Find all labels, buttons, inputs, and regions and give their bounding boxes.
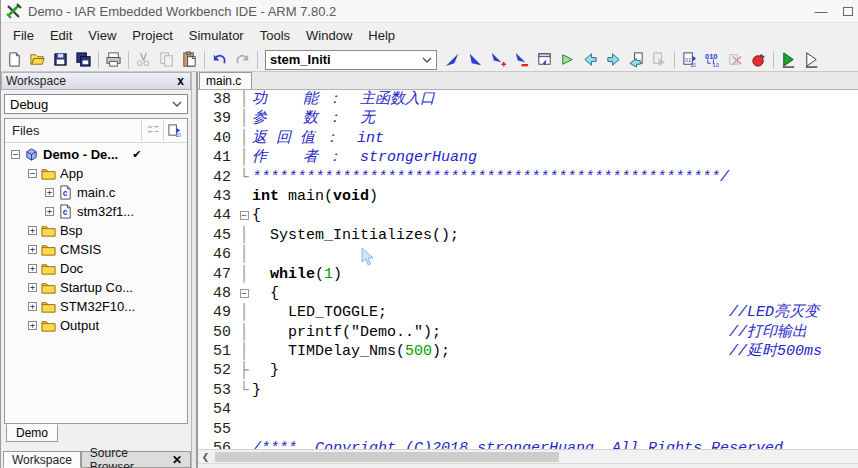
tree-item-stm32f10[interactable]: +STM32F10... — [5, 297, 187, 316]
expand-icon[interactable]: + — [28, 245, 37, 254]
files-panel: Files 10 −Demo - De...✔−App+cmain.c+cstm… — [4, 118, 188, 424]
tree-item-label: Output — [60, 318, 99, 333]
expand-icon[interactable]: + — [45, 207, 54, 216]
code-text: { — [252, 284, 858, 303]
goto-next-icon[interactable] — [464, 49, 487, 71]
navigate-back-icon[interactable] — [579, 49, 602, 71]
new-file-icon[interactable] — [3, 49, 26, 71]
download-debug-icon[interactable] — [777, 49, 800, 71]
go-to-icon[interactable] — [556, 49, 579, 71]
tree-item-doc[interactable]: +Doc — [5, 259, 187, 278]
paste-icon[interactable] — [178, 49, 201, 71]
compile-icon[interactable]: 01010 — [701, 49, 724, 71]
bookmark-add-icon[interactable] — [487, 49, 510, 71]
tree-item-main-c[interactable]: +cmain.c — [5, 183, 187, 202]
folder-icon — [41, 166, 56, 181]
workspace-panel-header[interactable]: Workspace x — [1, 72, 191, 90]
scrollbar-thumb[interactable] — [215, 452, 559, 462]
menu-view[interactable]: View — [80, 25, 124, 46]
fold-collapse-icon[interactable]: − — [236, 206, 252, 225]
expand-icon[interactable]: + — [28, 283, 37, 292]
expand-icon[interactable]: + — [28, 264, 37, 273]
menu-simulator[interactable]: Simulator — [181, 25, 252, 46]
code-text: System_Initializes(); — [252, 226, 858, 245]
panel-tab-close-icon[interactable]: ✕ — [172, 453, 182, 467]
project-tab-demo[interactable]: Demo — [6, 424, 58, 442]
stop-build-icon — [724, 49, 747, 71]
configuration-select[interactable]: Debug — [4, 94, 188, 114]
filter-icon[interactable] — [141, 121, 163, 141]
svg-text:10: 10 — [690, 63, 696, 68]
line-number: 46 — [198, 245, 236, 264]
tree-item-label: App — [60, 166, 83, 181]
tree-item-output[interactable]: +Output — [5, 316, 187, 335]
menu-tools[interactable]: Tools — [252, 25, 298, 46]
expand-icon[interactable]: + — [28, 321, 37, 330]
fold-marker — [236, 400, 252, 419]
bookmark-toggle-icon[interactable] — [510, 49, 533, 71]
fold-marker: │ — [236, 342, 252, 361]
collapse-icon[interactable]: − — [11, 150, 20, 159]
line-number: 56 — [198, 439, 236, 449]
make-small-icon[interactable]: 10 — [163, 121, 185, 141]
tree-item-bsp[interactable]: +Bsp — [5, 221, 187, 240]
tree-item-cmsis[interactable]: +CMSIS — [5, 240, 187, 259]
goto-pointer-icon[interactable] — [441, 49, 464, 71]
expand-icon[interactable]: + — [28, 302, 37, 311]
fold-marker: │ — [236, 226, 252, 245]
workspace-close-icon[interactable]: x — [175, 75, 186, 87]
code-line-52: 52├ } — [198, 361, 858, 380]
save-all-icon[interactable] — [72, 49, 95, 71]
debug-without-download-icon[interactable] — [800, 49, 823, 71]
tree-item-startup-co[interactable]: +Startup Co... — [5, 278, 187, 297]
undo-icon[interactable] — [208, 49, 231, 71]
code-text: LED_TOGGLE; //LED亮灭变 — [252, 303, 858, 322]
make-icon[interactable]: 0110 — [678, 49, 701, 71]
expand-icon[interactable]: + — [28, 226, 37, 235]
maximize-button[interactable] — [838, 0, 858, 22]
tree-item-demo-de[interactable]: −Demo - De...✔ — [5, 145, 187, 164]
panel-tab-workspace[interactable]: Workspace — [3, 451, 81, 468]
tree-item-app[interactable]: −App — [5, 164, 187, 183]
compile-file-icon[interactable] — [625, 49, 648, 71]
menu-project[interactable]: Project — [124, 25, 180, 46]
code-line-41: 41│作 者 ： strongerHuang — [198, 148, 858, 167]
collapse-icon[interactable]: − — [28, 169, 37, 178]
project-cube-icon — [24, 147, 39, 162]
symbol-search-combobox[interactable]: stem_Initi — [265, 50, 437, 70]
debug-icon[interactable] — [747, 49, 770, 71]
navigate-forward-icon[interactable] — [602, 49, 625, 71]
code-text: } — [252, 381, 858, 400]
fold-collapse-icon[interactable]: − — [236, 284, 252, 303]
menu-window[interactable]: Window — [298, 25, 360, 46]
code-text — [252, 400, 858, 419]
print-icon[interactable] — [102, 49, 125, 71]
svg-text:c: c — [63, 207, 68, 217]
code-line-55: 55 — [198, 420, 858, 439]
fold-marker: │ — [236, 323, 252, 342]
code-text: } — [252, 361, 858, 380]
project-tree: −Demo - De...✔−App+cmain.c+cstm32f1...+B… — [5, 143, 187, 423]
panel-tab-label: Source Browser — [90, 446, 150, 468]
save-icon[interactable] — [49, 49, 72, 71]
line-number: 41 — [198, 148, 236, 167]
open-file-icon[interactable] — [26, 49, 49, 71]
code-text: /**** Copyright (C)2018 strongerHuang Al… — [252, 439, 858, 449]
fold-marker: │ — [236, 129, 252, 148]
minimize-button[interactable]: — — [804, 0, 838, 22]
expand-icon[interactable]: + — [45, 188, 54, 197]
horizontal-scrollbar[interactable]: ❮ — [198, 449, 858, 463]
panel-tab-source-browser[interactable]: Source Browser✕ — [81, 451, 191, 468]
c-file-icon: c — [58, 204, 73, 219]
tree-item-stm32f1[interactable]: +cstm32f1... — [5, 202, 187, 221]
fold-marker: │ — [236, 245, 252, 264]
code-editor[interactable]: 38│功 能 ： 主函数入口39│参 数 ： 无40│返 回 值 ： int41… — [198, 90, 858, 449]
menu-edit[interactable]: Edit — [42, 25, 80, 46]
editor-tab-mainc[interactable]: main.c — [199, 72, 252, 89]
scroll-left-icon[interactable]: ❮ — [198, 450, 213, 464]
menu-help[interactable]: Help — [360, 25, 403, 46]
open-window-icon[interactable] — [533, 49, 556, 71]
menu-file[interactable]: File — [5, 25, 42, 46]
redo-icon — [231, 49, 254, 71]
code-text: while(1) — [252, 265, 858, 284]
